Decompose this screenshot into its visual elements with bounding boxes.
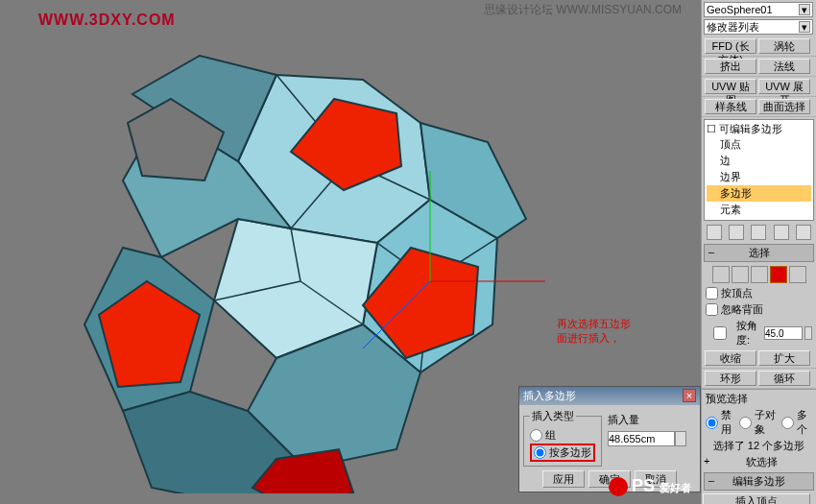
preview-off-radio[interactable] <box>706 417 718 429</box>
tree-vertex[interactable]: 顶点 <box>707 136 811 153</box>
subobject-selector <box>702 264 816 285</box>
angle-input[interactable] <box>764 326 803 340</box>
edit-poly-rollout-header[interactable]: 编辑多边形 <box>704 472 814 491</box>
command-panel: GeoSphere01▾ 修改器列表▾ FFD (长方体) 涡轮 挤出 法线 U… <box>701 0 816 504</box>
object-name-dropdown[interactable]: GeoSphere01▾ <box>704 2 813 17</box>
dialog-titlebar[interactable]: 插入多边形 × <box>519 387 700 405</box>
amount-input[interactable] <box>608 431 675 446</box>
spinner-icon[interactable] <box>675 431 686 446</box>
sel-vertex-icon[interactable] <box>712 266 730 283</box>
close-icon[interactable]: × <box>683 389 696 402</box>
sel-polygon-icon[interactable] <box>770 266 787 283</box>
insert-vertex-button[interactable]: 插入顶点 <box>703 493 810 504</box>
chevron-down-icon[interactable]: ▾ <box>799 21 810 33</box>
tree-element[interactable]: 元素 <box>707 202 811 218</box>
extrude-mod-button[interactable]: 挤出 <box>705 59 756 74</box>
sel-edge-icon[interactable] <box>732 266 749 283</box>
ring-button[interactable]: 环形 <box>705 371 756 386</box>
ps-logo-icon <box>609 477 628 496</box>
tree-polygon[interactable]: 多边形 <box>707 185 811 202</box>
preview-subobj-radio[interactable] <box>739 417 752 429</box>
shrink-button[interactable]: 收缩 <box>705 350 756 366</box>
chevron-down-icon[interactable]: ▾ <box>799 4 810 15</box>
remove-icon[interactable] <box>774 225 789 240</box>
by-polygon-radio[interactable] <box>534 446 546 459</box>
group-radio[interactable] <box>530 429 542 442</box>
inset-type-group: 插入类型 组 按多边形 <box>523 409 602 467</box>
sel-border-icon[interactable] <box>751 266 768 283</box>
make-unique-icon[interactable] <box>751 225 766 240</box>
lathe-button[interactable]: 法线 <box>758 59 810 74</box>
stack-toolbar <box>702 223 816 242</box>
modifier-list-dropdown[interactable]: 修改器列表▾ <box>704 19 813 35</box>
tree-edge[interactable]: 边 <box>707 153 811 169</box>
ffd-button[interactable]: FFD (长方体) <box>705 38 756 54</box>
amount-label: 插入量 <box>608 413 639 427</box>
modifier-stack[interactable]: ☐ 可编辑多边形 顶点 边 边界 多边形 元素 <box>704 119 814 221</box>
show-end-icon[interactable] <box>729 225 744 240</box>
watermark-bottom: PS 爱好者 <box>609 476 691 496</box>
tree-border[interactable]: 边界 <box>707 169 811 185</box>
loop-button[interactable]: 循环 <box>758 371 810 386</box>
selection-rollout-header[interactable]: 选择 <box>704 244 814 262</box>
watermark-top: 思缘设计论坛 WWW.MISSYUAN.COM <box>484 2 682 18</box>
turbo-button[interactable]: 涡轮 <box>758 38 810 54</box>
uvw-map-button[interactable]: UVW 贴图 <box>705 79 756 94</box>
annotation-text: 再次选择五边形 面进行插入， <box>557 317 631 347</box>
apply-button[interactable]: 应用 <box>542 470 585 488</box>
soft-selection-rollout[interactable]: +软选择 <box>702 454 816 470</box>
ignore-backfacing-checkbox[interactable] <box>706 303 718 316</box>
sel-element-icon[interactable] <box>789 266 806 283</box>
by-angle-checkbox[interactable] <box>706 326 734 340</box>
grow-button[interactable]: 扩大 <box>758 350 810 366</box>
preview-multi-radio[interactable] <box>781 417 794 429</box>
spline-mod-button[interactable]: 样条线 <box>705 99 756 114</box>
selection-status: 选择了 12 个多边形 <box>713 439 804 453</box>
uvw-unwrap-button[interactable]: UVW 展开 <box>758 79 810 94</box>
spinner-icon[interactable] <box>804 326 812 340</box>
configure-icon[interactable] <box>796 225 811 240</box>
surface-button[interactable]: 曲面选择 <box>758 99 810 114</box>
by-vertex-checkbox[interactable] <box>706 287 718 300</box>
pin-icon[interactable] <box>707 225 722 240</box>
tree-root[interactable]: ☐ 可编辑多边形 <box>707 122 811 136</box>
